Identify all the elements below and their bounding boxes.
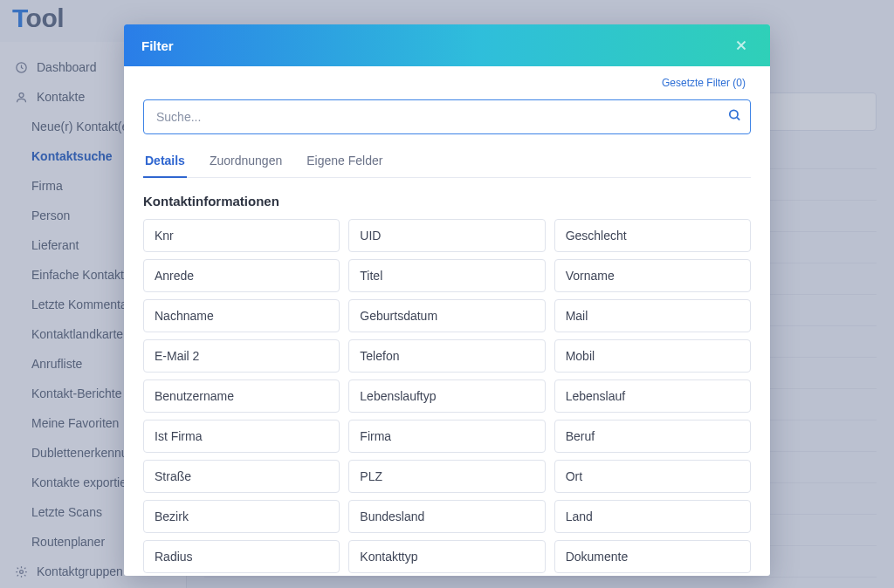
- modal-title: Filter: [141, 38, 174, 53]
- search-input[interactable]: [143, 99, 751, 134]
- gesetzte-filter-link[interactable]: Gesetzte Filter (0): [662, 77, 746, 89]
- filter-field-button[interactable]: Ort: [554, 460, 751, 493]
- modal-body: Gesetzte Filter (0) DetailsZuordnungenEi…: [124, 66, 770, 576]
- tab[interactable]: Details: [143, 147, 187, 178]
- close-icon: [733, 38, 749, 53]
- search-button[interactable]: [727, 108, 742, 126]
- filter-field-button[interactable]: Bezirk: [143, 500, 340, 533]
- filter-field-button[interactable]: Dokumente: [554, 540, 751, 573]
- field-grid: KnrUIDGeschlechtAnredeTitelVornameNachna…: [143, 219, 751, 576]
- filter-field-button[interactable]: Vorname: [554, 259, 751, 292]
- search-wrap: [143, 99, 751, 134]
- filter-field-button[interactable]: Titel: [348, 259, 545, 292]
- filter-field-button[interactable]: Benutzername: [143, 379, 340, 413]
- tab[interactable]: Eigene Felder: [305, 147, 384, 178]
- filter-field-button[interactable]: Bundesland: [348, 500, 545, 533]
- filter-field-button[interactable]: Radius: [143, 540, 340, 573]
- filter-field-button[interactable]: Land: [554, 500, 751, 533]
- tab[interactable]: Zuordnungen: [208, 147, 284, 178]
- filter-field-button[interactable]: Lebenslauf: [554, 379, 751, 413]
- filter-modal: Filter Gesetzte Filter (0) DetailsZuordn…: [124, 24, 770, 576]
- filter-field-button[interactable]: Straße: [143, 460, 340, 493]
- modal-header: Filter: [124, 24, 770, 66]
- filter-field-button[interactable]: E-Mail 2: [143, 339, 340, 373]
- close-button[interactable]: [730, 34, 753, 57]
- filter-field-button[interactable]: Telefon: [348, 339, 545, 373]
- filter-field-button[interactable]: Mail: [554, 299, 751, 332]
- filter-field-button[interactable]: Firma: [348, 420, 545, 453]
- filter-field-button[interactable]: UID: [348, 219, 545, 252]
- filter-field-button[interactable]: Mobil: [554, 339, 751, 373]
- filter-field-button[interactable]: Geburtsdatum: [348, 299, 545, 332]
- filter-field-button[interactable]: Beruf: [554, 420, 751, 453]
- filter-field-button[interactable]: Ist Firma: [143, 420, 340, 453]
- filter-field-button[interactable]: Nachname: [143, 299, 340, 332]
- filter-field-button[interactable]: Geschlecht: [554, 219, 751, 252]
- search-icon: [727, 108, 742, 123]
- section-title: Kontaktinformationen: [143, 194, 751, 209]
- filter-field-button[interactable]: Lebenslauftyp: [348, 379, 545, 413]
- filter-field-button[interactable]: Anrede: [143, 259, 340, 292]
- filter-field-button[interactable]: Knr: [143, 219, 340, 252]
- svg-point-3: [730, 110, 738, 118]
- tabs: DetailsZuordnungenEigene Felder: [143, 147, 751, 178]
- filter-field-button[interactable]: Kontakttyp: [348, 540, 545, 573]
- filter-field-button[interactable]: PLZ: [348, 460, 545, 493]
